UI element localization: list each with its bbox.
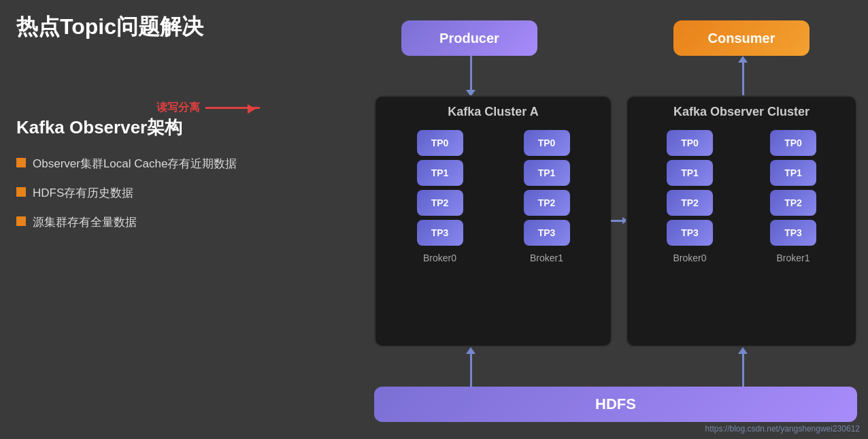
tp-block: TP2: [667, 190, 713, 216]
page-title: 热点Topic问题解决: [16, 12, 203, 42]
producer-connector: [466, 56, 475, 97]
arrowhead-up: [466, 347, 475, 354]
bullet-list: Observer集群Local Cache存有近期数据 HDFS存有历史数据 源…: [16, 156, 288, 230]
broker-box: TP0 TP1 TP2 TP3 Broker0: [417, 130, 463, 263]
arrowhead-up: [738, 347, 748, 354]
broker-label: Broker0: [673, 253, 706, 263]
observer-hdfs-connector: [738, 347, 748, 389]
arrowhead-up: [738, 56, 748, 63]
tp-block: TP2: [524, 190, 570, 216]
hdfs-box: HDFS: [374, 387, 857, 422]
clustera-hdfs-connector: [466, 347, 475, 389]
bullet-icon: [16, 187, 26, 197]
tp-block: TP0: [667, 130, 713, 156]
brokers-row: TP0 TP1 TP2 TP3 Broker0 TP0 TP1 TP2 TP3 …: [375, 125, 611, 269]
broker-label: Broker1: [776, 253, 809, 263]
tp-block: TP0: [417, 130, 463, 156]
tp-block: TP3: [770, 220, 816, 246]
tp-block: TP3: [417, 220, 463, 246]
producer-box: Producer: [401, 20, 537, 56]
broker-label: Broker0: [423, 253, 456, 263]
connector-line: [742, 354, 744, 389]
cluster-observer: Kafka Observer Cluster TP0 TP1 TP2 TP3 B…: [626, 95, 857, 347]
tp-block: TP1: [667, 160, 713, 186]
bullet-icon: [16, 158, 26, 167]
broker-box: TP0 TP1 TP2 TP3 Broker0: [667, 130, 713, 263]
list-item: Observer集群Local Cache存有近期数据: [16, 156, 288, 172]
broker-label: Broker1: [530, 253, 563, 263]
consumer-connector: [738, 56, 748, 97]
connector-line: [470, 56, 472, 90]
tp-block: TP2: [417, 190, 463, 216]
tp-block: TP2: [770, 190, 816, 216]
observer-title: Kafka Observer架构: [16, 116, 288, 140]
list-item: 源集群存有全量数据: [16, 214, 288, 230]
cluster-observer-title: Kafka Observer Cluster: [627, 97, 856, 125]
tp-block: TP0: [770, 130, 816, 156]
tp-block: TP1: [770, 160, 816, 186]
cluster-a-title: Kafka Cluster A: [375, 97, 611, 125]
broker-box: TP0 TP1 TP2 TP3 Broker1: [770, 130, 816, 263]
cluster-a: Kafka Cluster A TP0 TP1 TP2 TP3 Broker0 …: [374, 95, 612, 347]
consumer-box: Consumer: [673, 20, 809, 56]
connector-line: [470, 354, 472, 389]
tp-block: TP3: [667, 220, 713, 246]
watermark: https://blog.csdn.net/yangshengwei230612: [705, 424, 860, 434]
bullet-icon: [16, 216, 26, 226]
broker-box: TP0 TP1 TP2 TP3 Broker1: [524, 130, 570, 263]
connector-line: [742, 63, 744, 97]
list-item: HDFS存有历史数据: [16, 185, 288, 201]
tp-block: TP1: [417, 160, 463, 186]
tp-block: TP1: [524, 160, 570, 186]
diagram-area: Producer Consumer Kafka Cluster A TP0 TP…: [361, 14, 857, 429]
cluster-h-connector: [611, 220, 627, 222]
tp-block: TP0: [524, 130, 570, 156]
left-panel: Kafka Observer架构 Observer集群Local Cache存有…: [16, 88, 288, 244]
brokers-row: TP0 TP1 TP2 TP3 Broker0 TP0 TP1 TP2 TP3 …: [627, 125, 856, 269]
tp-block: TP3: [524, 220, 570, 246]
